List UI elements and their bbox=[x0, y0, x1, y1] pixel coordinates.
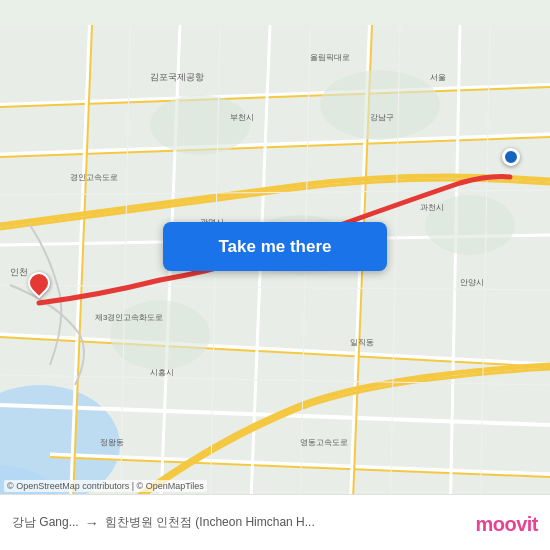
svg-text:서울: 서울 bbox=[430, 73, 446, 82]
take-me-there-button[interactable]: Take me there bbox=[163, 222, 387, 271]
svg-text:올림픽대로: 올림픽대로 bbox=[310, 53, 350, 62]
svg-text:경인고속도로: 경인고속도로 bbox=[70, 173, 118, 182]
svg-text:안양시: 안양시 bbox=[460, 278, 484, 287]
map-attribution: © OpenStreetMap contributors | © OpenMap… bbox=[4, 480, 207, 492]
svg-text:인천: 인천 bbox=[10, 267, 28, 277]
svg-point-24 bbox=[110, 300, 210, 370]
svg-text:시흥시: 시흥시 bbox=[150, 368, 174, 377]
arrow-icon: → bbox=[85, 515, 99, 531]
svg-text:제3경인고속화도로: 제3경인고속화도로 bbox=[95, 313, 163, 322]
svg-text:과천시: 과천시 bbox=[420, 203, 444, 212]
svg-text:일직동: 일직동 bbox=[350, 338, 374, 347]
destination-pin bbox=[502, 148, 520, 166]
moovit-logo: moovit bbox=[475, 513, 538, 536]
svg-point-21 bbox=[320, 70, 440, 140]
svg-text:정왕동: 정왕동 bbox=[100, 438, 124, 447]
bottom-navigation-bar: 강남 Gang... → 힘찬병원 인천점 (Incheon Himchan H… bbox=[0, 494, 550, 550]
origin-label: 강남 Gang... bbox=[12, 514, 79, 531]
map-background: 김포국제공항 올림픽대로 서울 강남구 부천시 인천 광명시 과천시 안양시 시… bbox=[0, 0, 550, 550]
svg-text:영동고속도로: 영동고속도로 bbox=[300, 438, 348, 447]
destination-label: 힘찬병원 인천점 (Incheon Himchan H... bbox=[105, 514, 315, 531]
svg-text:강남구: 강남구 bbox=[370, 113, 394, 122]
svg-point-20 bbox=[150, 95, 250, 155]
map-container: 김포국제공항 올림픽대로 서울 강남구 부천시 인천 광명시 과천시 안양시 시… bbox=[0, 0, 550, 550]
origin-pin bbox=[28, 272, 50, 300]
svg-text:부천시: 부천시 bbox=[230, 113, 254, 122]
svg-text:김포국제공항: 김포국제공항 bbox=[150, 72, 204, 82]
